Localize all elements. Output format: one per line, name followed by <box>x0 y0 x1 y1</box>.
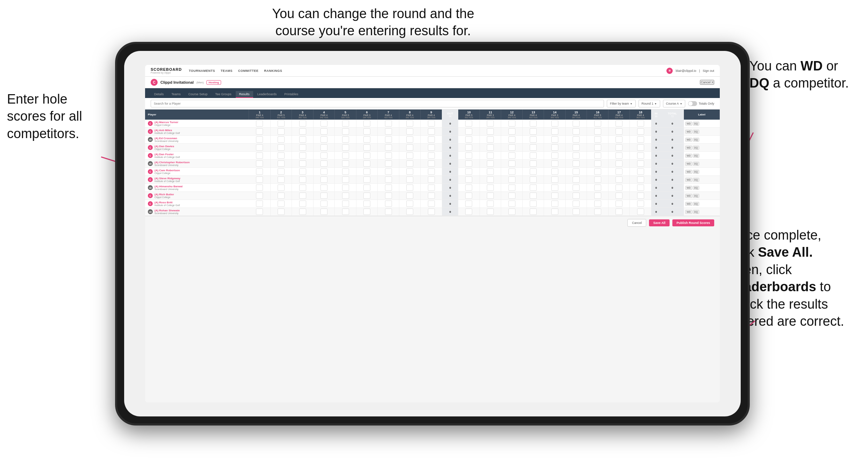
score-input-hole-7-row-2[interactable] <box>385 136 392 143</box>
score-input-hole-11-row-3[interactable] <box>487 144 494 151</box>
tab-tee-groups[interactable]: Tee Groups <box>212 91 235 98</box>
score-input-hole-3-row-2[interactable] <box>299 136 306 143</box>
score-input-hole-17-row-7[interactable] <box>616 176 622 183</box>
score-input-hole-12-row-11[interactable] <box>508 209 515 215</box>
save-all-button[interactable]: Save All <box>649 219 670 226</box>
wd-button-row-11[interactable]: WD <box>685 210 692 214</box>
score-input-hole-9-row-10[interactable] <box>428 201 435 207</box>
score-input-hole-3-row-8[interactable] <box>299 184 306 191</box>
score-input-hole-6-row-3[interactable] <box>363 144 370 151</box>
score-input-hole-17-row-2[interactable] <box>616 136 622 143</box>
round-selector-button[interactable]: Round 1 ▼ <box>639 100 660 107</box>
score-input-hole-4-row-6[interactable] <box>320 168 327 175</box>
score-input-hole-6-row-7[interactable] <box>363 176 370 183</box>
tab-teams[interactable]: Teams <box>168 91 184 98</box>
score-input-hole-13-row-11[interactable] <box>530 209 537 215</box>
score-input-hole-18-row-6[interactable] <box>637 168 644 175</box>
score-input-hole-15-row-11[interactable] <box>573 209 580 215</box>
score-input-hole-4-row-9[interactable] <box>320 193 327 199</box>
dq-button-row-3[interactable]: DQ <box>693 146 700 150</box>
score-input-hole-18-row-3[interactable] <box>637 144 644 151</box>
wd-button-row-10[interactable]: WD <box>685 202 692 206</box>
dq-button-row-6[interactable]: DQ <box>693 170 700 174</box>
score-input-hole-2-row-5[interactable] <box>278 160 285 167</box>
score-input-hole-16-row-6[interactable] <box>594 168 601 175</box>
score-input-hole-7-row-10[interactable] <box>385 201 392 207</box>
score-input-hole-11-row-6[interactable] <box>487 168 494 175</box>
filter-by-team-button[interactable]: Filter by team ▼ <box>607 100 635 107</box>
score-input-hole-13-row-10[interactable] <box>530 201 537 207</box>
score-input-hole-16-row-3[interactable] <box>594 144 601 151</box>
score-input-hole-14-row-8[interactable] <box>551 184 558 191</box>
score-input-hole-18-row-9[interactable] <box>637 193 644 199</box>
score-input-hole-8-row-7[interactable] <box>406 176 413 183</box>
score-input-hole-10-row-1[interactable] <box>465 128 472 135</box>
score-input-hole-5-row-9[interactable] <box>342 193 349 199</box>
dq-button-row-4[interactable]: DQ <box>693 154 700 158</box>
score-input-hole-12-row-2[interactable] <box>508 136 515 143</box>
score-input-hole-17-row-10[interactable] <box>616 201 622 207</box>
wd-button-row-8[interactable]: WD <box>685 186 692 190</box>
score-input-hole-15-row-1[interactable] <box>573 128 580 135</box>
score-input-hole-14-row-3[interactable] <box>551 144 558 151</box>
score-input-hole-12-row-8[interactable] <box>508 184 515 191</box>
score-input-hole-5-row-2[interactable] <box>342 136 349 143</box>
score-input-hole-2-row-6[interactable] <box>278 168 285 175</box>
score-input-hole-11-row-9[interactable] <box>487 193 494 199</box>
score-input-hole-14-row-9[interactable] <box>551 193 558 199</box>
score-input-hole-13-row-8[interactable] <box>530 184 537 191</box>
score-input-hole-1-row-8[interactable] <box>256 184 263 191</box>
score-input-hole-4-row-5[interactable] <box>320 160 327 167</box>
score-input-hole-7-row-4[interactable] <box>385 152 392 159</box>
score-input-hole-15-row-8[interactable] <box>573 184 580 191</box>
score-input-hole-1-row-10[interactable] <box>256 201 263 207</box>
score-input-hole-12-row-5[interactable] <box>508 160 515 167</box>
score-input-hole-8-row-1[interactable] <box>406 128 413 135</box>
wd-button-row-1[interactable]: WD <box>685 130 692 134</box>
score-input-hole-5-row-5[interactable] <box>342 160 349 167</box>
score-input-hole-10-row-4[interactable] <box>465 152 472 159</box>
score-input-hole-1-row-0[interactable] <box>256 120 263 127</box>
score-input-hole-6-row-8[interactable] <box>363 184 370 191</box>
score-input-hole-17-row-5[interactable] <box>616 160 622 167</box>
score-input-hole-2-row-4[interactable] <box>278 152 285 159</box>
score-input-hole-13-row-4[interactable] <box>530 152 537 159</box>
score-input-hole-15-row-6[interactable] <box>573 168 580 175</box>
nav-teams[interactable]: TEAMS <box>221 69 233 73</box>
score-input-hole-7-row-7[interactable] <box>385 176 392 183</box>
wd-button-row-6[interactable]: WD <box>685 170 692 174</box>
score-input-hole-5-row-1[interactable] <box>342 128 349 135</box>
score-input-hole-1-row-6[interactable] <box>256 168 263 175</box>
score-input-hole-13-row-7[interactable] <box>530 176 537 183</box>
score-input-hole-4-row-2[interactable] <box>320 136 327 143</box>
tab-printables[interactable]: Printables <box>281 91 302 98</box>
score-input-hole-3-row-9[interactable] <box>299 193 306 199</box>
score-input-hole-4-row-7[interactable] <box>320 176 327 183</box>
score-input-hole-14-row-6[interactable] <box>551 168 558 175</box>
score-input-hole-17-row-1[interactable] <box>616 128 622 135</box>
score-input-hole-8-row-3[interactable] <box>406 144 413 151</box>
score-input-hole-1-row-7[interactable] <box>256 176 263 183</box>
score-input-hole-1-row-2[interactable] <box>256 136 263 143</box>
score-input-hole-5-row-4[interactable] <box>342 152 349 159</box>
score-input-hole-5-row-0[interactable] <box>342 120 349 127</box>
score-input-hole-9-row-4[interactable] <box>428 152 435 159</box>
score-input-hole-12-row-6[interactable] <box>508 168 515 175</box>
score-input-hole-18-row-7[interactable] <box>637 176 644 183</box>
score-input-hole-16-row-2[interactable] <box>594 136 601 143</box>
score-input-hole-8-row-10[interactable] <box>406 201 413 207</box>
score-input-hole-13-row-3[interactable] <box>530 144 537 151</box>
score-input-hole-7-row-11[interactable] <box>385 209 392 215</box>
dq-button-row-2[interactable]: DQ <box>693 138 700 142</box>
score-input-hole-7-row-1[interactable] <box>385 128 392 135</box>
score-input-hole-8-row-4[interactable] <box>406 152 413 159</box>
score-input-hole-12-row-3[interactable] <box>508 144 515 151</box>
score-input-hole-8-row-5[interactable] <box>406 160 413 167</box>
score-input-hole-10-row-5[interactable] <box>465 160 472 167</box>
tab-course-setup[interactable]: Course Setup <box>185 91 211 98</box>
score-input-hole-18-row-2[interactable] <box>637 136 644 143</box>
score-input-hole-11-row-11[interactable] <box>487 209 494 215</box>
score-input-hole-9-row-9[interactable] <box>428 193 435 199</box>
score-input-hole-8-row-9[interactable] <box>406 193 413 199</box>
wd-button-row-4[interactable]: WD <box>685 154 692 158</box>
